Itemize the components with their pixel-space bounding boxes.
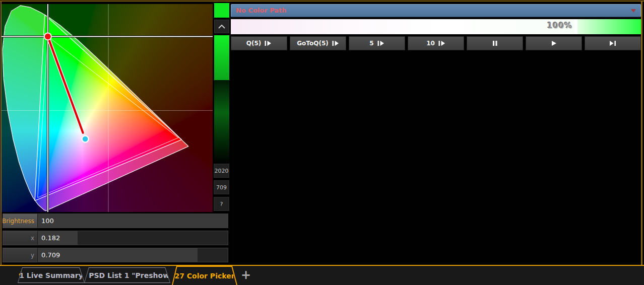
go-5-label: 5 — [369, 40, 373, 47]
tab-live-summary-label: 1 Live Summary — [19, 271, 83, 279]
tab-psd-list-label: 2 PSD List 1 "Preshow" — [82, 271, 173, 279]
go-q5-button[interactable]: Q(5) — [231, 36, 287, 50]
add-view-button[interactable]: + — [238, 268, 251, 282]
green-intensity-fader[interactable] — [214, 35, 229, 164]
x-fader[interactable]: 0.182 — [38, 231, 228, 245]
x-row: x 0.182 — [3, 231, 228, 245]
go-10-label: 10 — [426, 40, 435, 47]
window-border-top — [0, 1, 644, 2]
y-label: y — [3, 248, 38, 262]
skip-to-end-icon — [609, 40, 616, 46]
gamut-709-button[interactable]: 709 — [214, 180, 229, 194]
play-icon — [551, 40, 557, 46]
fade-progress-bar[interactable]: 100% — [231, 19, 641, 34]
brightness-fill — [38, 214, 228, 228]
color-path-dropdown[interactable]: No Color Path — [231, 4, 641, 17]
tab-color-picker[interactable]: 27 Color Picker — [172, 266, 237, 285]
brightness-row: Brightness 100 — [3, 213, 228, 228]
fade-gradient-left — [231, 19, 575, 34]
y-fill — [38, 248, 198, 262]
tab-color-picker-label: 27 Color Picker — [174, 272, 234, 280]
play-button[interactable] — [526, 36, 582, 50]
go-10-button[interactable]: 10 — [408, 36, 464, 50]
pause-icon — [492, 40, 498, 46]
x-label: x — [3, 231, 38, 245]
fade-percent-label: 100% — [547, 21, 572, 30]
chevron-down-icon — [631, 9, 636, 13]
step-forward-icon — [265, 40, 272, 46]
pause-button[interactable] — [467, 36, 523, 50]
tab-psd-list[interactable]: 2 PSD List 1 "Preshow" — [84, 267, 170, 283]
go-q5-label: Q(5) — [246, 40, 262, 47]
sequence-content-area — [231, 52, 641, 265]
step-forward-icon — [332, 40, 339, 46]
chevron-up-icon — [218, 25, 225, 29]
go-5-button[interactable]: 5 — [349, 36, 405, 50]
y-value: 0.709 — [41, 248, 60, 262]
step-forward-icon — [438, 40, 445, 46]
x-value: 0.182 — [41, 231, 60, 245]
collapse-button[interactable] — [214, 20, 229, 33]
taskbar: 1 Live Summary 2 PSD List 1 "Preshow" 27… — [0, 266, 644, 285]
gamut-help-button[interactable]: ? — [214, 197, 229, 211]
gamut-2020-button[interactable]: 2020 — [214, 164, 229, 178]
brightness-value: 100 — [41, 214, 54, 228]
fade-gradient-right — [577, 19, 641, 34]
tab-live-summary[interactable]: 1 Live Summary — [18, 267, 85, 283]
skip-to-end-button[interactable] — [585, 36, 641, 50]
y-row: y 0.709 — [3, 248, 228, 262]
color-path-dropdown-label: No Color Path — [236, 5, 287, 17]
cie-color-chart[interactable] — [2, 4, 213, 212]
gotoq5-label: GoToQ(5) — [297, 40, 328, 47]
gotoq5-button[interactable]: GoToQ(5) — [290, 36, 346, 50]
brightness-label: Brightness — [3, 213, 38, 228]
window-border-right — [641, 1, 642, 266]
brightness-fader[interactable]: 100 — [38, 213, 228, 228]
y-fader[interactable]: 0.709 — [38, 248, 228, 262]
step-forward-icon — [377, 40, 384, 46]
current-color-swatch — [214, 3, 229, 18]
